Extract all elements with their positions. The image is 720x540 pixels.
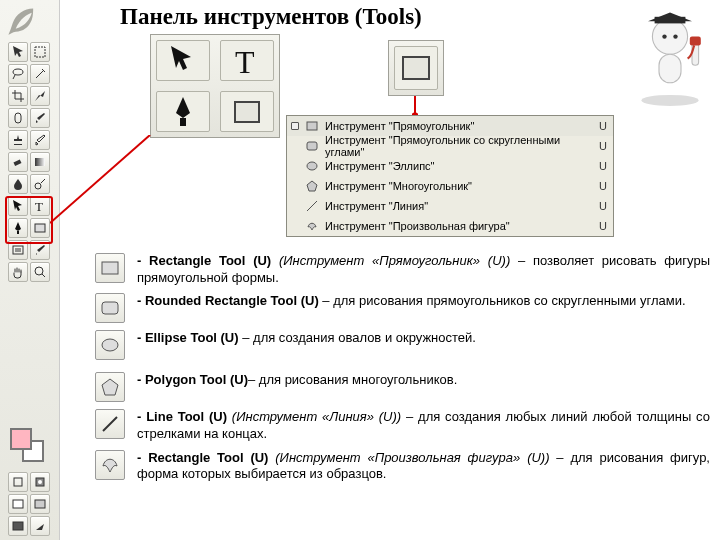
svg-point-16: [652, 19, 687, 54]
svg-point-8: [35, 267, 43, 275]
ellipse-icon: [95, 330, 125, 360]
lasso-tool[interactable]: [8, 64, 28, 84]
rounded-rect-icon: [95, 293, 125, 323]
callout-pen-icon: [156, 91, 210, 132]
callout-shape-icon-2: [394, 46, 438, 90]
desc-rounded-rect: - Rounded Rectangle Tool (U) – для рисов…: [95, 293, 710, 323]
screen-mode-3[interactable]: [8, 516, 28, 536]
ellipse-icon: [305, 159, 319, 173]
svg-point-4: [35, 183, 41, 189]
polygon-icon: [95, 372, 125, 402]
menu-item-label: Инструмент "Произвольная фигура": [325, 220, 593, 232]
desc-text: - Rectangle Tool (U) (Инструмент «Прямоу…: [137, 253, 710, 286]
svg-marker-18: [648, 12, 692, 21]
menu-item-polygon[interactable]: Инструмент "Многоугольник" U: [287, 176, 613, 196]
svg-rect-13: [35, 500, 45, 508]
menu-item-line[interactable]: Инструмент "Линия" U: [287, 196, 613, 216]
menu-item-shortcut: U: [599, 220, 607, 232]
standard-mode[interactable]: [8, 472, 28, 492]
svg-rect-27: [403, 57, 429, 79]
menu-item-shortcut: U: [599, 140, 607, 152]
svg-rect-25: [235, 102, 259, 122]
desc-text: - Rounded Rectangle Tool (U) – для рисов…: [137, 293, 710, 310]
line-icon: [305, 199, 319, 213]
svg-point-15: [641, 95, 698, 106]
quickmask-mode[interactable]: [30, 472, 50, 492]
zoom-tool[interactable]: [30, 262, 50, 282]
menu-item-rounded-rect[interactable]: Инструмент "Прямоугольник со скругленным…: [287, 136, 613, 156]
stamp-tool[interactable]: [8, 130, 28, 150]
desc-ellipse: - Ellipse Tool (U) – для создания овалов…: [95, 330, 710, 360]
svg-rect-14: [13, 522, 23, 530]
page-title: Панель инструментов (Tools): [120, 4, 422, 30]
custom-shape-icon: [95, 450, 125, 480]
tool-descriptions: - Rectangle Tool (U) (Инструмент «Прямоу…: [95, 253, 710, 490]
blur-tool[interactable]: [8, 174, 28, 194]
svg-rect-0: [35, 47, 45, 57]
pen-tool[interactable]: [8, 218, 28, 238]
menu-item-shortcut: U: [599, 180, 607, 192]
desc-line: - Line Tool (U) (Инструмент «Линия» (U))…: [95, 409, 710, 442]
screen-mode-1[interactable]: [8, 494, 28, 514]
svg-rect-7: [13, 246, 23, 254]
healing-brush-tool[interactable]: [8, 108, 28, 128]
menu-item-label: Инструмент "Линия": [325, 200, 593, 212]
eraser-tool[interactable]: [8, 152, 28, 172]
svg-rect-2: [13, 159, 21, 166]
shape-tool-flyout-menu: Инструмент "Прямоугольник" U Инструмент …: [286, 115, 614, 237]
move-tool[interactable]: [8, 42, 28, 62]
menu-item-label: Инструмент "Эллипс": [325, 160, 593, 172]
menu-item-custom-shape[interactable]: Инструмент "Произвольная фигура" U: [287, 216, 613, 236]
zoom-shape-callout: [388, 40, 444, 96]
callout-arrow-1: [50, 135, 160, 245]
foreground-color-swatch[interactable]: [10, 428, 32, 450]
svg-text:T: T: [235, 44, 255, 79]
menu-item-shortcut: U: [599, 160, 607, 172]
menu-item-ellipse[interactable]: Инструмент "Эллипс" U: [287, 156, 613, 176]
svg-point-32: [307, 162, 317, 170]
jump-to[interactable]: [30, 516, 50, 536]
callout-type-icon: T: [220, 40, 274, 81]
svg-line-34: [307, 201, 317, 211]
shape-tool[interactable]: [30, 218, 50, 238]
tool-buttons-grid: T: [8, 42, 50, 282]
app-logo-feather-icon: [4, 4, 54, 38]
notes-tool[interactable]: [8, 240, 28, 260]
svg-point-11: [38, 480, 42, 484]
screen-mode-2[interactable]: [30, 494, 50, 514]
menu-item-rectangle[interactable]: Инструмент "Прямоугольник" U: [287, 116, 613, 136]
type-tool[interactable]: T: [30, 196, 50, 216]
svg-line-26: [50, 135, 150, 223]
zoom-tools-callout: T: [150, 34, 280, 138]
crop-tool[interactable]: [8, 86, 28, 106]
magic-wand-tool[interactable]: [30, 64, 50, 84]
line-icon: [95, 409, 125, 439]
brush-tool[interactable]: [30, 108, 50, 128]
desc-text: - Ellipse Tool (U) – для создания овалов…: [137, 330, 710, 347]
svg-rect-3: [35, 158, 45, 166]
callout-shape-icon: [220, 91, 274, 132]
dodge-tool[interactable]: [30, 174, 50, 194]
desc-custom-shape: - Rectangle Tool (U) (Инструмент «Произв…: [95, 450, 710, 483]
svg-rect-12: [13, 500, 23, 508]
marquee-tool[interactable]: [30, 42, 50, 62]
eyedropper-tool[interactable]: [30, 240, 50, 260]
mode-buttons-grid: [8, 472, 50, 536]
rectangle-icon: [305, 119, 319, 133]
desc-text: - Line Tool (U) (Инструмент «Линия» (U))…: [137, 409, 710, 442]
desc-polygon: - Polygon Tool (U)– для рисования многоу…: [95, 372, 710, 402]
slice-tool[interactable]: [30, 86, 50, 106]
svg-rect-9: [14, 478, 22, 486]
callout-path-select-icon: [156, 40, 210, 81]
svg-point-19: [662, 34, 666, 38]
menu-item-shortcut: U: [599, 200, 607, 212]
svg-rect-30: [307, 122, 317, 130]
svg-rect-21: [659, 54, 681, 83]
hand-tool[interactable]: [8, 262, 28, 282]
active-dot-icon: [291, 122, 299, 130]
rounded-rect-icon: [305, 139, 319, 153]
path-select-tool[interactable]: [8, 196, 28, 216]
gradient-tool[interactable]: [30, 152, 50, 172]
desc-rectangle: - Rectangle Tool (U) (Инструмент «Прямоу…: [95, 253, 710, 286]
history-brush-tool[interactable]: [30, 130, 50, 150]
